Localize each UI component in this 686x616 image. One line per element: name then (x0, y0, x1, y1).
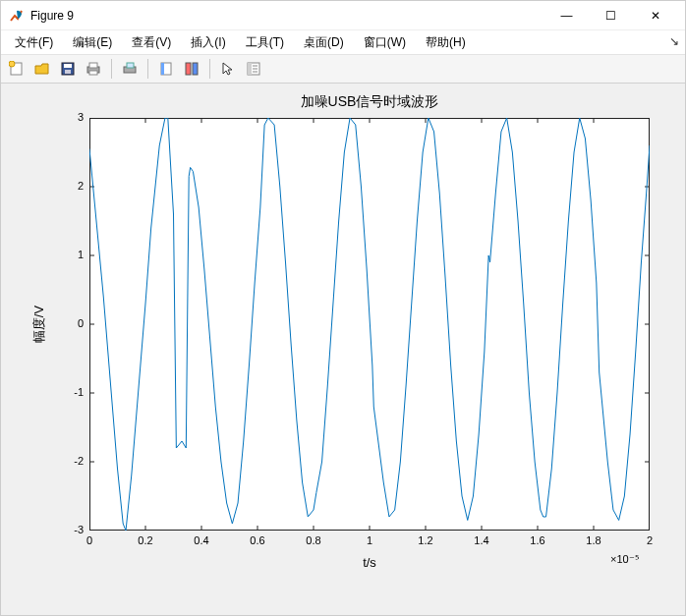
svg-rect-3 (64, 64, 72, 68)
x-tick-label: 1 (360, 534, 379, 546)
x-exponent-label: ×10⁻⁵ (610, 553, 639, 566)
y-tick-label: 3 (54, 111, 84, 123)
x-tick-label: 1.4 (472, 534, 491, 546)
x-tick-label: 1.8 (584, 534, 603, 546)
svg-rect-15 (248, 63, 252, 75)
window-controls: — ☐ ✕ (544, 2, 677, 29)
menu-tools[interactable]: 工具(T) (236, 31, 294, 54)
pointer-button[interactable] (216, 57, 240, 81)
x-tick-label: 0.8 (304, 534, 323, 546)
y-tick-label: -2 (54, 455, 84, 467)
save-button[interactable] (56, 57, 80, 81)
minimize-button[interactable]: — (544, 2, 589, 29)
y-tick-label: 2 (54, 180, 84, 192)
maximize-button[interactable]: ☐ (589, 2, 633, 29)
close-button[interactable]: ✕ (633, 2, 677, 29)
x-axis-label: t/s (89, 555, 650, 570)
title-bar: Figure 9 — ☐ ✕ (1, 1, 685, 30)
window-title: Figure 9 (30, 9, 544, 23)
svg-rect-7 (89, 71, 97, 75)
menu-edit[interactable]: 编辑(E) (63, 31, 122, 54)
toolbar (1, 54, 685, 84)
menu-desktop[interactable]: 桌面(D) (294, 31, 354, 54)
x-tick-label: 2 (640, 534, 659, 546)
x-tick-label: 1.6 (528, 534, 547, 546)
x-tick-label: 0 (80, 534, 99, 546)
x-tick-label: 0.4 (192, 534, 211, 546)
matlab-icon (9, 8, 25, 24)
svg-rect-9 (127, 63, 134, 68)
svg-rect-12 (186, 63, 191, 75)
svg-point-1 (9, 61, 15, 67)
x-tick-label: 0.2 (136, 534, 155, 546)
dock-arrow-icon[interactable]: ↘ (669, 34, 679, 48)
menu-bar: 文件(F) 编辑(E) 查看(V) 插入(I) 工具(T) 桌面(D) 窗口(W… (1, 30, 685, 54)
open-button[interactable] (30, 57, 54, 81)
x-tick-label: 0.6 (248, 534, 267, 546)
menu-file[interactable]: 文件(F) (5, 31, 63, 54)
y-tick-label: 0 (54, 317, 84, 329)
menu-help[interactable]: 帮助(H) (416, 31, 476, 54)
y-tick-label: -1 (54, 386, 84, 398)
toolbar-separator (111, 59, 112, 79)
y-axis-label: 幅度/V (30, 118, 48, 531)
print-preview-button[interactable] (118, 57, 142, 81)
y-tick-label: 1 (54, 249, 84, 260)
svg-rect-6 (89, 63, 97, 68)
colorbar-button[interactable] (180, 57, 203, 81)
print-button[interactable] (82, 57, 105, 81)
chart-title: 加噪USB信号时域波形 (89, 93, 650, 111)
svg-rect-13 (193, 63, 198, 75)
menu-window[interactable]: 窗口(W) (354, 31, 416, 54)
svg-rect-11 (161, 63, 164, 75)
toolbar-separator (147, 59, 148, 79)
menu-view[interactable]: 查看(V) (122, 31, 181, 54)
chart-line (89, 118, 650, 531)
svg-rect-4 (65, 70, 71, 74)
properties-button[interactable] (242, 57, 265, 81)
plot-area: 加噪USB信号时域波形 幅度/V -3-2-10123 00.20.40.60.… (1, 84, 686, 616)
toolbar-separator (209, 59, 210, 79)
new-figure-button[interactable] (5, 57, 29, 81)
link-button[interactable] (154, 57, 178, 81)
menu-insert[interactable]: 插入(I) (181, 31, 235, 54)
x-tick-label: 1.2 (416, 534, 435, 546)
